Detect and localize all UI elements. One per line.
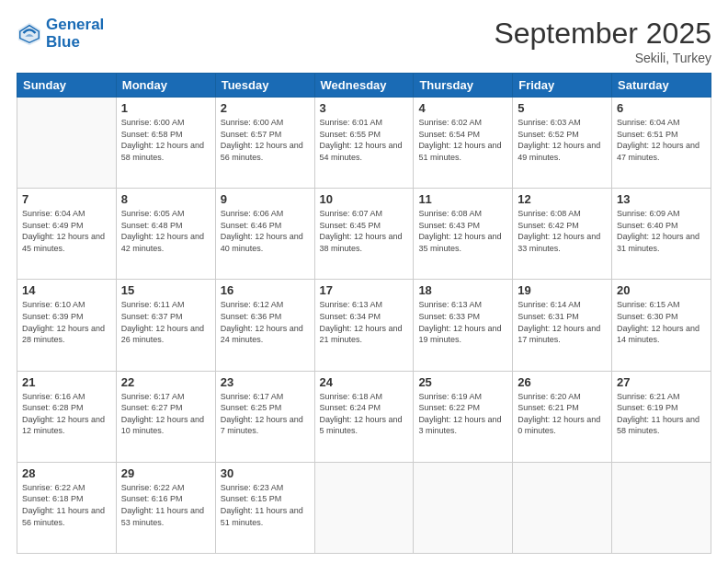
calendar-cell: 15Sunrise: 6:11 AMSunset: 6:37 PMDayligh… [116,280,215,371]
day-info: Sunrise: 6:04 AMSunset: 6:49 PMDaylight:… [22,208,111,254]
weekday-header-sunday: Sunday [17,74,117,98]
day-number: 4 [418,101,507,115]
week-row-0: 1Sunrise: 6:00 AMSunset: 6:58 PMDaylight… [17,98,711,189]
calendar-cell: 7Sunrise: 6:04 AMSunset: 6:49 PMDaylight… [17,189,117,280]
subtitle: Sekili, Turkey [494,51,711,65]
calendar-cell: 1Sunrise: 6:00 AMSunset: 6:58 PMDaylight… [116,98,215,189]
day-number: 13 [617,192,706,206]
day-number: 23 [221,375,310,389]
day-info: Sunrise: 6:11 AMSunset: 6:37 PMDaylight:… [121,299,210,345]
calendar-cell [612,462,711,553]
logo-text: General Blue [46,17,104,51]
day-number: 17 [320,283,409,297]
day-number: 7 [22,192,111,206]
calendar-cell: 5Sunrise: 6:03 AMSunset: 6:52 PMDaylight… [513,98,612,189]
day-number: 20 [617,283,706,297]
calendar-cell: 10Sunrise: 6:07 AMSunset: 6:45 PMDayligh… [314,189,414,280]
calendar-cell: 21Sunrise: 6:16 AMSunset: 6:28 PMDayligh… [17,371,117,462]
calendar-cell: 11Sunrise: 6:08 AMSunset: 6:43 PMDayligh… [414,189,513,280]
weekday-header-monday: Monday [116,74,215,98]
calendar-cell: 12Sunrise: 6:08 AMSunset: 6:42 PMDayligh… [513,189,612,280]
day-info: Sunrise: 6:23 AMSunset: 6:15 PMDaylight:… [221,482,310,528]
main-title: September 2025 [494,17,711,51]
weekday-header-thursday: Thursday [414,74,513,98]
day-info: Sunrise: 6:04 AMSunset: 6:51 PMDaylight:… [617,117,706,163]
day-info: Sunrise: 6:20 AMSunset: 6:21 PMDaylight:… [518,391,607,437]
weekday-header-wednesday: Wednesday [314,74,414,98]
day-number: 28 [22,466,111,480]
day-info: Sunrise: 6:09 AMSunset: 6:40 PMDaylight:… [617,208,706,254]
day-number: 8 [121,192,210,206]
day-info: Sunrise: 6:08 AMSunset: 6:42 PMDaylight:… [518,208,607,254]
day-number: 24 [320,375,409,389]
day-number: 15 [121,283,210,297]
calendar-cell: 24Sunrise: 6:18 AMSunset: 6:24 PMDayligh… [314,371,414,462]
calendar-cell: 26Sunrise: 6:20 AMSunset: 6:21 PMDayligh… [513,371,612,462]
day-info: Sunrise: 6:03 AMSunset: 6:52 PMDaylight:… [518,117,607,163]
calendar-cell: 19Sunrise: 6:14 AMSunset: 6:31 PMDayligh… [513,280,612,371]
day-number: 9 [221,192,310,206]
day-number: 27 [617,375,706,389]
day-info: Sunrise: 6:21 AMSunset: 6:19 PMDaylight:… [617,391,706,437]
day-info: Sunrise: 6:05 AMSunset: 6:48 PMDaylight:… [121,208,210,254]
day-number: 25 [418,375,507,389]
calendar-cell: 2Sunrise: 6:00 AMSunset: 6:57 PMDaylight… [215,98,314,189]
day-info: Sunrise: 6:19 AMSunset: 6:22 PMDaylight:… [418,391,507,437]
day-info: Sunrise: 6:07 AMSunset: 6:45 PMDaylight:… [320,208,409,254]
day-number: 29 [121,466,210,480]
calendar-page: General Blue September 2025 Sekili, Turk… [0,0,728,563]
day-info: Sunrise: 6:00 AMSunset: 6:57 PMDaylight:… [221,117,310,163]
calendar-cell: 18Sunrise: 6:13 AMSunset: 6:33 PMDayligh… [414,280,513,371]
weekday-header-saturday: Saturday [612,74,711,98]
calendar-cell [314,462,414,553]
calendar-cell [17,98,117,189]
calendar-cell: 9Sunrise: 6:06 AMSunset: 6:46 PMDaylight… [215,189,314,280]
day-info: Sunrise: 6:00 AMSunset: 6:58 PMDaylight:… [121,117,210,163]
title-block: September 2025 Sekili, Turkey [494,17,711,65]
day-number: 12 [518,192,607,206]
calendar-cell: 4Sunrise: 6:02 AMSunset: 6:54 PMDaylight… [414,98,513,189]
day-info: Sunrise: 6:18 AMSunset: 6:24 PMDaylight:… [320,391,409,437]
calendar-cell: 28Sunrise: 6:22 AMSunset: 6:18 PMDayligh… [17,462,117,553]
weekday-header-friday: Friday [513,74,612,98]
calendar-cell: 6Sunrise: 6:04 AMSunset: 6:51 PMDaylight… [612,98,711,189]
day-number: 2 [221,101,310,115]
calendar-cell: 23Sunrise: 6:17 AMSunset: 6:25 PMDayligh… [215,371,314,462]
calendar-cell: 14Sunrise: 6:10 AMSunset: 6:39 PMDayligh… [17,280,117,371]
day-info: Sunrise: 6:13 AMSunset: 6:34 PMDaylight:… [320,299,409,345]
calendar-cell: 25Sunrise: 6:19 AMSunset: 6:22 PMDayligh… [414,371,513,462]
calendar-cell: 29Sunrise: 6:22 AMSunset: 6:16 PMDayligh… [116,462,215,553]
calendar-cell: 27Sunrise: 6:21 AMSunset: 6:19 PMDayligh… [612,371,711,462]
calendar-cell [513,462,612,553]
day-info: Sunrise: 6:06 AMSunset: 6:46 PMDaylight:… [221,208,310,254]
logo-icon [17,21,42,47]
day-info: Sunrise: 6:22 AMSunset: 6:16 PMDaylight:… [121,482,210,528]
day-number: 26 [518,375,607,389]
day-info: Sunrise: 6:13 AMSunset: 6:33 PMDaylight:… [418,299,507,345]
calendar-cell: 3Sunrise: 6:01 AMSunset: 6:55 PMDaylight… [314,98,414,189]
week-row-3: 21Sunrise: 6:16 AMSunset: 6:28 PMDayligh… [17,371,711,462]
day-number: 30 [221,466,310,480]
day-number: 19 [518,283,607,297]
day-info: Sunrise: 6:22 AMSunset: 6:18 PMDaylight:… [22,482,111,528]
day-number: 18 [418,283,507,297]
day-number: 21 [22,375,111,389]
day-info: Sunrise: 6:15 AMSunset: 6:30 PMDaylight:… [617,299,706,345]
calendar-cell: 20Sunrise: 6:15 AMSunset: 6:30 PMDayligh… [612,280,711,371]
day-number: 6 [617,101,706,115]
day-info: Sunrise: 6:08 AMSunset: 6:43 PMDaylight:… [418,208,507,254]
day-info: Sunrise: 6:02 AMSunset: 6:54 PMDaylight:… [418,117,507,163]
calendar-cell: 16Sunrise: 6:12 AMSunset: 6:36 PMDayligh… [215,280,314,371]
day-info: Sunrise: 6:10 AMSunset: 6:39 PMDaylight:… [22,299,111,345]
day-info: Sunrise: 6:01 AMSunset: 6:55 PMDaylight:… [320,117,409,163]
day-number: 5 [518,101,607,115]
calendar-cell [414,462,513,553]
day-number: 16 [221,283,310,297]
week-row-4: 28Sunrise: 6:22 AMSunset: 6:18 PMDayligh… [17,462,711,553]
logo: General Blue [17,17,104,51]
day-info: Sunrise: 6:17 AMSunset: 6:27 PMDaylight:… [121,391,210,437]
week-row-2: 14Sunrise: 6:10 AMSunset: 6:39 PMDayligh… [17,280,711,371]
day-number: 10 [320,192,409,206]
day-number: 14 [22,283,111,297]
day-info: Sunrise: 6:14 AMSunset: 6:31 PMDaylight:… [518,299,607,345]
